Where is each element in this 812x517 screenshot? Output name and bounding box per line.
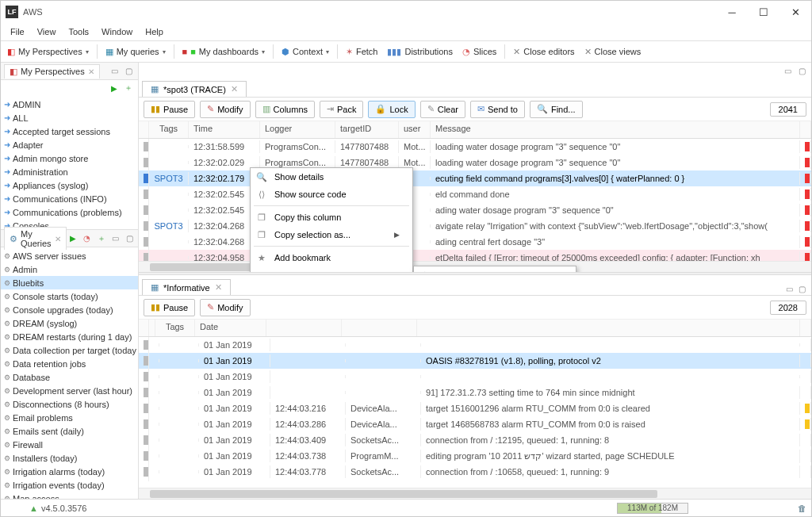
query-item[interactable]: ⚙Irrigation alarms (today) (1, 465, 138, 478)
table-row[interactable]: SPOT312:32:02.179ecuting field command p… (139, 170, 811, 186)
query-item[interactable]: ⚙DREAM restarts (during 1 day) (1, 330, 138, 343)
menu-view[interactable]: View (31, 25, 63, 38)
bottom-grid-rows[interactable]: 01 Jan 201901 Jan 2019OASIS #83278191 (v… (139, 337, 811, 488)
maximize-button[interactable]: ☐ (748, 1, 779, 23)
table-row[interactable]: 01 Jan 2019 91] 172.31.2.73 setting time… (139, 385, 811, 400)
queries-tree[interactable]: ⚙AWS server issues⚙Admin⚙Bluebits⚙Consol… (1, 247, 138, 499)
query-item[interactable]: ⚙Emails sent (daily) (1, 424, 138, 438)
minimize-button[interactable]: ─ (716, 1, 748, 23)
perspectives-tree[interactable]: ➜ADMIN➜ALL➜Accepted target sessions➜Adap… (1, 96, 138, 229)
splitter[interactable] (139, 272, 811, 275)
close-button[interactable]: ✕ (779, 1, 811, 23)
table-row[interactable]: 01 Jan 201912:44:03.738ProgramM...editin… (139, 448, 811, 464)
col-logger[interactable]: Logger (260, 121, 335, 138)
minimize-panel-icon[interactable]: ▭ (109, 232, 122, 245)
table-row[interactable]: 01 Jan 2019OASIS #83278191 (v1.8), polli… (139, 353, 811, 369)
table-row[interactable]: SPOT312:32:04.268avigate relay "Irrigati… (139, 218, 811, 234)
tab-queries[interactable]: ⚙My Queries✕ (4, 227, 67, 250)
tb-distributions[interactable]: ▮▮▮Distributions (382, 43, 458, 60)
perspective-item[interactable]: ➜Admin mongo store (1, 151, 138, 165)
maximize-panel-icon[interactable]: ▢ (795, 64, 808, 77)
add-icon[interactable]: ＋ (122, 82, 135, 94)
perspective-item[interactable]: ➜ALL (1, 111, 138, 124)
col-message[interactable]: Message (431, 121, 800, 138)
col-tags[interactable]: Tags (155, 320, 195, 336)
tb-perspectives[interactable]: ◧My Perspectives▾ (2, 43, 94, 60)
query-item[interactable]: ⚙Installers (today) (1, 451, 138, 465)
query-item[interactable]: ⚙Development server (last hour) (1, 384, 138, 397)
query-item[interactable]: ⚙DREAM (syslog) (1, 316, 138, 330)
table-row[interactable]: 12:32:02.545eld command done (139, 186, 811, 202)
context-menu-item[interactable]: ✦Clear all bookmarks (251, 266, 412, 272)
menu-help[interactable]: Help (139, 25, 170, 38)
query-item[interactable]: ⚙Irrigation events (today) (1, 478, 138, 492)
context-menu-item[interactable]: ★Add bookmark (251, 249, 412, 266)
query-item[interactable]: ⚙Map access (1, 492, 138, 499)
trash-icon[interactable]: 🗑 (798, 504, 806, 513)
context-menu-item[interactable]: ⟨⟩Show source code (251, 186, 412, 203)
close-tab-icon[interactable]: ✕ (215, 282, 222, 293)
table-row[interactable]: 01 Jan 201912:44:03.286DeviceAla...targe… (139, 416, 811, 432)
menu-tools[interactable]: Tools (62, 25, 95, 38)
perspective-item[interactable]: ➜Adapter (1, 138, 138, 151)
menu-file[interactable]: File (4, 25, 31, 38)
pack-button[interactable]: ⇥Pack (320, 101, 363, 118)
menu-window[interactable]: Window (95, 25, 139, 38)
query-item[interactable]: ⚙AWS server issues (1, 249, 138, 262)
query-item[interactable]: ⚙Disconnections (8 hours) (1, 397, 138, 411)
query-item[interactable]: ⚙Data retention jobs (1, 357, 138, 370)
col-target[interactable]: targetID (335, 121, 399, 138)
context-submenu[interactable]: ⬢from this domain (spot3)□from this host… (413, 266, 576, 272)
col-time[interactable]: Time (189, 121, 260, 138)
table-row[interactable]: 01 Jan 201912:44:03.778SocketsAc...conne… (139, 464, 811, 480)
query-item[interactable]: ⚙Console upgrades (today) (1, 303, 138, 316)
query-item[interactable]: ⚙Email problems (1, 411, 138, 424)
table-row[interactable]: 01 Jan 2019 (139, 337, 811, 353)
tab-spot3[interactable]: ▦*spot3 (TRACE)✕ (142, 81, 247, 97)
tb-dashboards[interactable]: ■■My dashboards▾ (178, 43, 270, 60)
pause-button[interactable]: ▮▮Pause (144, 101, 195, 118)
tb-close-views[interactable]: ✕Close views (580, 43, 646, 60)
modify-button[interactable]: ✎Modify (200, 101, 250, 118)
minimize-panel-icon[interactable]: ▭ (108, 65, 121, 78)
columns-button[interactable]: ▥Columns (255, 101, 315, 118)
table-row[interactable]: 01 Jan 201912:44:03.409SocketsAc...conne… (139, 432, 811, 448)
tb-slices[interactable]: ◔Slices (458, 43, 501, 60)
query-item[interactable]: ⚙Data collection per target (today (1, 343, 138, 357)
context-menu-item[interactable]: ❐Copy selection as...▶ (251, 226, 412, 243)
query-item[interactable]: ⚙Database (1, 370, 138, 384)
table-row[interactable]: 01 Jan 201912:44:03.216DeviceAla...targe… (139, 400, 811, 416)
tab-perspectives[interactable]: ◧My Perspectives✕ (4, 64, 100, 79)
tb-context[interactable]: ⬢Context▾ (277, 43, 334, 60)
query-item[interactable]: ⚙Console starts (today) (1, 289, 138, 303)
h-scrollbar[interactable] (139, 488, 811, 499)
context-submenu-item[interactable]: ⬢from this domain (spot3) (414, 266, 576, 272)
maximize-panel-icon[interactable]: ▢ (124, 232, 136, 245)
table-row[interactable]: 12:32:02.545ading water dosage program "… (139, 202, 811, 218)
maximize-panel-icon[interactable]: ▢ (122, 65, 135, 78)
perspective-item[interactable]: ➜Communications (problems) (1, 205, 138, 219)
slice-icon[interactable]: ◔ (81, 232, 94, 245)
perspective-item[interactable]: ➜Administration (1, 165, 138, 178)
run-icon[interactable]: ▶ (108, 82, 121, 94)
tb-queries[interactable]: ▦My queries▾ (101, 43, 170, 60)
tb-fetch[interactable]: ✶Fetch (341, 43, 383, 60)
context-menu-item[interactable]: 🔍Show details (251, 168, 412, 186)
perspective-item[interactable]: ➜Accepted target sessions (1, 124, 138, 138)
tab-informative[interactable]: ▦*Informative✕ (142, 279, 231, 295)
run-icon[interactable]: ▶ (67, 232, 79, 245)
top-grid-rows[interactable]: 12:31:58.599ProgramsCon...1477807488Mot.… (139, 139, 811, 261)
modify-button[interactable]: ✎Modify (200, 299, 250, 316)
table-row[interactable]: 12:32:02.029ProgramsCon...1477807488Mot.… (139, 155, 811, 170)
perspective-item[interactable]: ➜ADMIN (1, 98, 138, 111)
table-row[interactable]: 12:32:04.958etDelta failed { [Error: tim… (139, 250, 811, 261)
table-row[interactable]: 12:31:58.599ProgramsCon...1477807488Mot.… (139, 139, 811, 155)
pause-button[interactable]: ▮▮Pause (144, 299, 195, 316)
context-menu[interactable]: 🔍Show details⟨⟩Show source code❐Copy thi… (250, 167, 413, 272)
sendto-button[interactable]: ✉Send to (470, 101, 525, 118)
perspective-item[interactable]: ➜Appliances (syslog) (1, 178, 138, 192)
tb-close-editors[interactable]: ✕Close editors (508, 43, 579, 60)
close-tab-icon[interactable]: ✕ (231, 84, 238, 94)
col-user[interactable]: user (399, 121, 431, 138)
minimize-panel-icon[interactable]: ▭ (783, 282, 795, 295)
